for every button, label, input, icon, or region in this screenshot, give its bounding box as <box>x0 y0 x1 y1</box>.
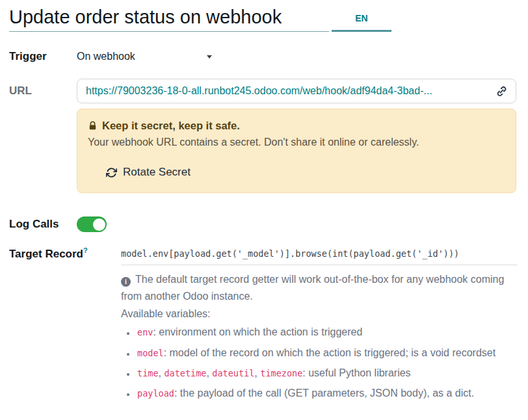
warning-title-row: Keep it secret, keep it safe. <box>88 120 504 132</box>
target-record-code-input[interactable]: model.env[payload.get('_model')].browse(… <box>121 246 518 265</box>
trigger-label: Trigger <box>9 50 77 63</box>
trigger-selected-value: On webhook <box>77 51 135 62</box>
variable-item-model: model: model of the record on which the … <box>136 345 518 361</box>
language-badge[interactable]: EN <box>332 13 391 32</box>
available-variables-heading: Available variables: <box>121 306 518 322</box>
help-question-mark[interactable]: ? <box>83 246 88 254</box>
url-value: https://79003236-18-0-all.runbot245.odoo… <box>86 85 490 97</box>
url-label: URL <box>9 85 77 98</box>
toggle-knob <box>93 218 105 231</box>
log-calls-toggle[interactable] <box>77 217 107 232</box>
link-icon[interactable] <box>496 86 507 97</box>
record-title-input[interactable]: Update order status on webhook <box>9 7 329 32</box>
field-help-text: iThe default target record getter will w… <box>121 271 518 402</box>
warning-body: Your webhook URL contains a secret. Don'… <box>88 137 504 148</box>
trigger-row: Trigger On webhook <box>9 50 518 63</box>
lock-icon <box>88 121 98 131</box>
help-intro: iThe default target record getter will w… <box>121 271 518 306</box>
variable-item-libraries: time, datetime, dateutil, timezone: usef… <box>136 365 518 382</box>
chevron-down-icon <box>207 55 212 59</box>
variable-item-env: env: environment on which the action is … <box>136 324 518 341</box>
trigger-select[interactable]: On webhook <box>77 51 212 62</box>
info-circle-icon: i <box>121 277 131 287</box>
url-input[interactable]: https://79003236-18-0-all.runbot245.odoo… <box>77 79 516 103</box>
log-calls-label: Log Calls <box>9 218 77 231</box>
webhook-automation-form: Update order status on webhook EN Trigge… <box>0 0 528 402</box>
rotate-secret-button[interactable]: Rotate Secret <box>106 166 191 179</box>
warning-title: Keep it secret, keep it safe. <box>102 120 240 132</box>
url-row: URL https://79003236-18-0-all.runbot245.… <box>9 79 518 103</box>
target-record-row: Target Record? model.env[payload.get('_m… <box>9 246 518 265</box>
secret-warning-alert: Keep it secret, keep it safe. Your webho… <box>77 109 516 193</box>
refresh-icon <box>106 167 117 178</box>
rotate-secret-label: Rotate Secret <box>123 166 191 179</box>
target-record-label: Target Record? <box>9 246 121 261</box>
variable-item-payload: payload: the payload of the call (GET pa… <box>136 385 518 402</box>
header: Update order status on webhook EN <box>9 7 518 32</box>
log-calls-row: Log Calls <box>9 217 518 232</box>
variables-list: env: environment on which the action is … <box>121 324 518 402</box>
